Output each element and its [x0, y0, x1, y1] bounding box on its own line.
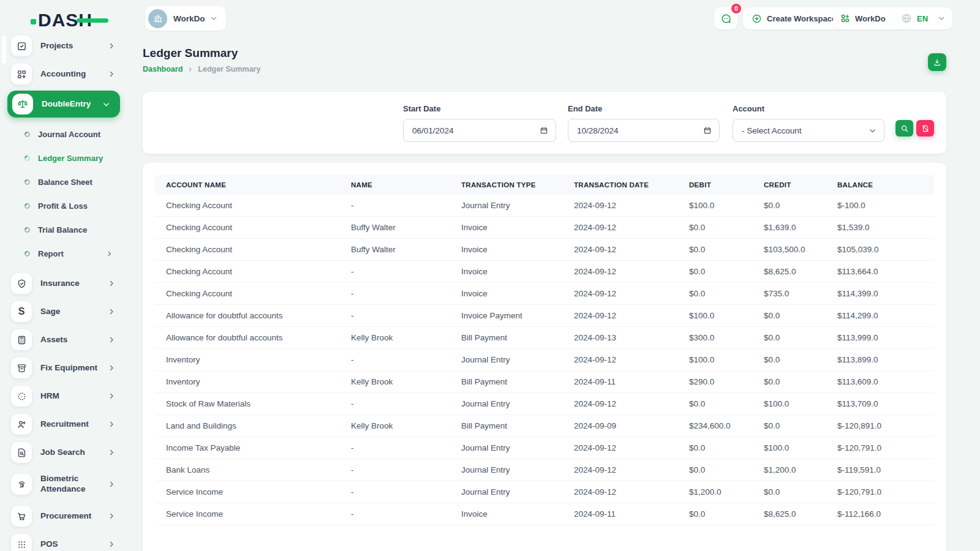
sidebar-item-label: Recruitment	[40, 419, 89, 430]
end-date-group: End Date 10/28/2024	[568, 104, 720, 142]
chevron-right-icon	[108, 70, 115, 78]
table-cell: Journal Entry	[461, 481, 574, 503]
file-off-icon	[921, 124, 930, 133]
app-logo[interactable]: DASH	[31, 10, 92, 31]
table-cell: Journal Entry	[461, 349, 574, 371]
start-date-input[interactable]: 06/01/2024	[403, 119, 556, 142]
table-row: Bank Loans-Journal Entry2024-09-12$0.0$1…	[155, 459, 934, 481]
table-cell: Allowance for doubtful accounts	[155, 327, 351, 349]
submenu-item-profit-loss[interactable]: Profit & Loss	[0, 194, 129, 218]
sidebar-item-assets[interactable]: Assets	[0, 326, 129, 354]
bullet-icon	[23, 130, 31, 138]
table-cell: $113,999.0	[837, 327, 934, 349]
table-cell: Bill Payment	[461, 327, 574, 349]
table-cell: 2024-09-11	[574, 503, 689, 525]
table-cell: Service Income	[155, 481, 351, 503]
table-cell: $1,539.0	[837, 217, 934, 239]
fingerprint-icon	[11, 474, 32, 495]
table-cell: Inventory	[155, 371, 351, 393]
chat-bubble-icon	[720, 13, 732, 24]
submenu-item-label: Balance Sheet	[38, 178, 92, 187]
table-cell: $-120,891.0	[837, 415, 934, 437]
submenu-item-balance-sheet[interactable]: Balance Sheet	[0, 170, 129, 194]
breadcrumb: Dashboard Ledger Summary	[143, 65, 260, 73]
table-row: Allowance for doubtful accountsKelly Bro…	[155, 327, 934, 349]
table-cell: $0.0	[689, 261, 764, 283]
table-cell: Journal Entry	[461, 393, 574, 415]
table-cell: -	[351, 481, 461, 503]
table-row: Checking Account-Invoice2024-09-12$0.0$8…	[155, 261, 934, 283]
table-cell: $-112,166.0	[837, 503, 934, 525]
submenu-item-trial-balance[interactable]: Trial Balance	[0, 218, 129, 242]
ledger-table-card: ACCOUNT NAMENAMETRANSACTION TYPETRANSACT…	[143, 163, 946, 551]
table-cell: $100.0	[764, 393, 837, 415]
messages-button[interactable]: 0	[714, 7, 737, 29]
breadcrumb-dashboard-link[interactable]: Dashboard	[143, 65, 183, 73]
language-selector[interactable]: EN	[894, 7, 952, 29]
workspace-selector[interactable]: WorkDo	[145, 6, 226, 31]
archive-box-icon	[11, 358, 32, 378]
reset-filter-button[interactable]	[916, 120, 934, 137]
chevron-down-icon	[210, 15, 217, 22]
column-header: CREDIT	[764, 175, 837, 195]
sidebar-item-job-search[interactable]: Job Search	[0, 438, 129, 467]
submenu-item-ledger-summary[interactable]: Ledger Summary	[0, 146, 129, 170]
table-cell: 2024-09-11	[574, 371, 689, 393]
submenu-item-label: Trial Balance	[38, 225, 87, 234]
download-button[interactable]	[928, 53, 946, 71]
ledger-table-head: ACCOUNT NAMENAMETRANSACTION TYPETRANSACT…	[155, 175, 934, 195]
table-cell: $113,664.0	[837, 261, 934, 283]
grid-plus-icon	[11, 64, 32, 84]
end-date-input[interactable]: 10/28/2024	[568, 119, 720, 142]
ledger-table: ACCOUNT NAMENAMETRANSACTION TYPETRANSACT…	[155, 175, 934, 525]
table-cell: $0.0	[764, 371, 837, 393]
submenu-item-report[interactable]: Report	[0, 242, 129, 266]
sidebar-item-accounting[interactable]: Accounting	[0, 60, 129, 88]
sidebar-item-projects[interactable]: Projects	[0, 32, 129, 60]
sidebar-nav: Projects Accounting DoubleEntry Journal …	[0, 32, 129, 551]
calendar-icon[interactable]	[540, 126, 548, 135]
sidebar-item-sage[interactable]: S Sage	[0, 298, 129, 326]
submenu-item-label: Ledger Summary	[38, 154, 103, 163]
sidebar-item-insurance[interactable]: Insurance	[0, 269, 129, 298]
submenu-item-journal-account[interactable]: Journal Account	[0, 122, 129, 146]
column-header: BALANCE	[837, 175, 934, 195]
sidebar-item-biometric-attendance[interactable]: Biometric Attendance	[0, 467, 129, 502]
table-cell: 2024-09-09	[574, 415, 689, 437]
document-search-icon	[11, 442, 32, 463]
sidebar-item-label: Accounting	[40, 69, 86, 80]
chevron-right-icon	[108, 336, 115, 343]
sidebar-item-label: DoubleEntry	[42, 99, 91, 110]
account-select[interactable]: - Select Account	[733, 119, 884, 142]
sidebar-item-fix-equipment[interactable]: Fix Equipment	[0, 354, 129, 382]
table-cell: -	[351, 503, 461, 525]
table-cell: $-119,591.0	[837, 459, 934, 481]
create-workspace-button[interactable]: Create Workspace	[743, 7, 845, 29]
scales-icon	[12, 94, 33, 114]
start-date-label: Start Date	[403, 104, 556, 113]
table-cell: 2024-09-12	[574, 437, 689, 459]
sidebar-item-label: Job Search	[40, 448, 85, 458]
table-cell: Checking Account	[155, 283, 351, 305]
download-icon	[933, 58, 941, 67]
table-cell: $0.0	[689, 503, 764, 525]
calculator-icon	[11, 329, 32, 350]
table-row: Service Income-Journal Entry2024-09-12$1…	[155, 481, 934, 503]
sidebar-item-procurement[interactable]: Procurement	[0, 502, 129, 530]
table-cell: Checking Account	[155, 239, 351, 261]
table-cell: -	[351, 459, 461, 481]
search-icon	[900, 124, 909, 133]
table-cell: Land and Buildings	[155, 415, 351, 437]
calendar-icon[interactable]	[703, 126, 712, 135]
search-button[interactable]	[895, 120, 913, 137]
sidebar-item-pos[interactable]: POS	[0, 530, 129, 551]
sidebar-item-recruitment[interactable]: Recruitment	[0, 410, 129, 438]
bullet-icon	[23, 250, 31, 258]
sidebar-item-hrm[interactable]: HRM	[0, 382, 129, 410]
table-cell: Checking Account	[155, 195, 351, 217]
sidebar-item-label: Biometric Attendance	[40, 474, 104, 495]
table-cell: Invoice	[461, 503, 574, 525]
sidebar-item-doubleentry[interactable]: DoubleEntry	[7, 91, 120, 118]
table-row: Inventory-Journal Entry2024-09-12$100.0$…	[155, 349, 934, 371]
dots-circle-icon	[11, 386, 32, 407]
